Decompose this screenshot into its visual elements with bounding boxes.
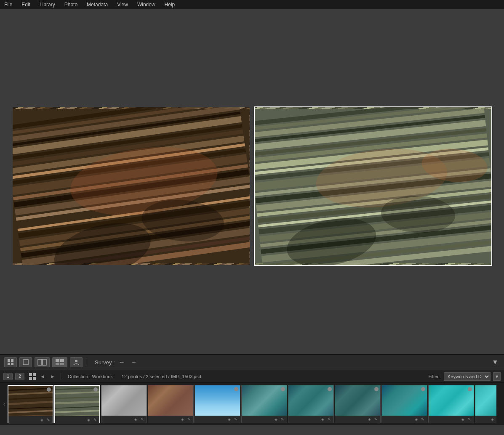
thumb-11[interactable]: ◈ <box>475 385 496 423</box>
survey-image-1-canvas <box>13 107 250 265</box>
thumb-4-edit-icon: ✎ <box>187 417 192 422</box>
thumb-5-edit-icon: ✎ <box>233 417 238 422</box>
thumb-11-bottom: ◈ <box>475 416 496 423</box>
survey-next-btn[interactable]: → <box>129 358 139 367</box>
toolbar-sep-1 <box>87 358 87 366</box>
thumb-10-bottom: ◈ ✎ <box>429 416 474 423</box>
thumb-11-badge-icon: ◈ <box>490 417 495 422</box>
main-survey-area <box>0 9 504 354</box>
thumb-6-edit-icon: ✎ <box>280 417 285 422</box>
svg-rect-70 <box>29 373 32 376</box>
thumb-8-badge-icon: ◈ <box>367 417 372 422</box>
svg-rect-57 <box>8 359 10 362</box>
filmstrip-prev-btn[interactable]: ◄ <box>39 373 46 380</box>
grid-view-btn[interactable] <box>4 357 17 367</box>
filmstrip-next-btn[interactable]: ► <box>49 373 56 380</box>
menubar: File Edit Library Photo Metadata View Wi… <box>0 0 504 9</box>
thumb-2[interactable]: ◈ ✎ <box>54 385 100 423</box>
thumb-2-img <box>55 386 99 416</box>
thumb-4-img <box>148 385 193 416</box>
survey-container <box>0 99 504 273</box>
thumb-9-bottom: ◈ ✎ <box>382 416 427 423</box>
thumb-7-img <box>288 385 333 416</box>
thumb-4-badge-icon: ◈ <box>180 417 185 422</box>
thumb-3-img <box>101 385 147 416</box>
filter-options-btn[interactable]: ▼ <box>493 372 501 381</box>
thumb-3[interactable]: ◈ ✎ <box>101 385 147 423</box>
thumb-7[interactable]: ◈ ✎ <box>288 385 334 423</box>
thumb-7-badge-icon: ◈ <box>320 417 325 422</box>
thumb-10-dot <box>468 387 472 391</box>
page-2-btn[interactable]: 2 <box>15 373 24 380</box>
filmstrip: ‹ ◈ ✎ ◈ ✎ ◈ ✎ ◈ ✎ <box>0 383 504 425</box>
thumb-5-badge-icon: ◈ <box>227 417 232 422</box>
menu-file[interactable]: File <box>3 1 14 8</box>
thumb-9-dot <box>421 387 425 391</box>
survey-image-2-canvas <box>255 107 492 265</box>
menu-metadata[interactable]: Metadata <box>85 1 109 8</box>
thumb-2-edit-icon: ✎ <box>93 417 98 422</box>
filmstrip-bar: 1 2 ◄ ► Collection : Workbook 12 photos … <box>0 370 504 383</box>
filmstrip-left-arrow[interactable]: ‹ <box>2 387 7 421</box>
survey-image-2[interactable] <box>255 107 492 265</box>
thumb-3-edit-icon: ✎ <box>140 417 145 422</box>
svg-rect-61 <box>23 360 28 365</box>
svg-rect-66 <box>60 359 64 362</box>
menu-window[interactable]: Window <box>136 1 157 8</box>
thumb-8-dot <box>374 387 379 391</box>
thumb-4-bottom: ◈ ✎ <box>148 416 193 423</box>
thumb-2-dot <box>93 387 98 392</box>
thumb-8[interactable]: ◈ ✎ <box>335 385 381 423</box>
survey-view-btn[interactable] <box>52 357 67 367</box>
thumb-10-img <box>429 385 474 416</box>
svg-rect-64 <box>43 359 46 365</box>
photos-info: 12 photos / 2 selected / IMG_1503.psd <box>122 374 201 379</box>
menu-library[interactable]: Library <box>38 1 57 8</box>
survey-label: Survey : <box>95 359 115 366</box>
survey-image-1[interactable] <box>13 107 250 265</box>
thumb-7-dot <box>328 387 332 391</box>
collection-name: Collection : Workbook <box>68 374 113 379</box>
thumb-3-badge-icon: ◈ <box>133 417 138 422</box>
svg-rect-65 <box>56 359 59 362</box>
thumb-5-dot <box>234 387 238 391</box>
filmstrip-sep <box>61 373 61 380</box>
thumb-1-img <box>8 386 53 416</box>
thumb-8-bottom: ◈ ✎ <box>335 416 380 423</box>
menu-help[interactable]: Help <box>163 1 177 8</box>
thumb-9[interactable]: ◈ ✎ <box>381 385 427 423</box>
thumb-5-img <box>195 385 240 416</box>
panel-expand-btn[interactable]: ▼ <box>491 358 500 367</box>
thumb-10-badge-icon: ◈ <box>460 417 465 422</box>
svg-rect-73 <box>33 377 36 380</box>
thumb-1[interactable]: ◈ ✎ <box>8 385 53 423</box>
compare-view-btn[interactable] <box>35 357 50 367</box>
people-view-btn[interactable] <box>70 357 83 367</box>
thumb-2-badge-icon: ◈ <box>86 417 91 422</box>
thumb-10[interactable]: ◈ ✎ <box>428 385 474 423</box>
thumb-3-bottom: ◈ ✎ <box>101 416 147 423</box>
svg-rect-71 <box>33 373 36 376</box>
thumb-9-img <box>382 385 427 416</box>
thumb-4[interactable]: ◈ ✎ <box>148 385 194 423</box>
thumb-6-img <box>242 385 287 416</box>
thumb-5[interactable]: ◈ ✎ <box>195 385 240 423</box>
svg-rect-72 <box>29 377 32 380</box>
filter-label: Filter : <box>428 374 441 379</box>
thumb-1-dot <box>47 387 51 392</box>
survey-prev-btn[interactable]: ← <box>117 358 127 367</box>
thumb-6[interactable]: ◈ ✎ <box>241 385 287 423</box>
svg-rect-60 <box>11 363 13 365</box>
page-1-btn[interactable]: 1 <box>3 373 13 380</box>
thumb-8-edit-icon: ✎ <box>373 417 379 422</box>
svg-rect-62 <box>38 359 42 365</box>
svg-rect-59 <box>8 363 10 365</box>
thumb-6-badge-icon: ◈ <box>273 417 278 422</box>
filter-select[interactable]: Keywords and D <box>444 372 491 381</box>
menu-edit[interactable]: Edit <box>20 1 32 8</box>
menu-photo[interactable]: Photo <box>63 1 79 8</box>
loupe-view-btn[interactable] <box>19 357 32 367</box>
menu-view[interactable]: View <box>115 1 130 8</box>
svg-rect-68 <box>60 363 64 365</box>
thumb-7-edit-icon: ✎ <box>327 417 332 422</box>
